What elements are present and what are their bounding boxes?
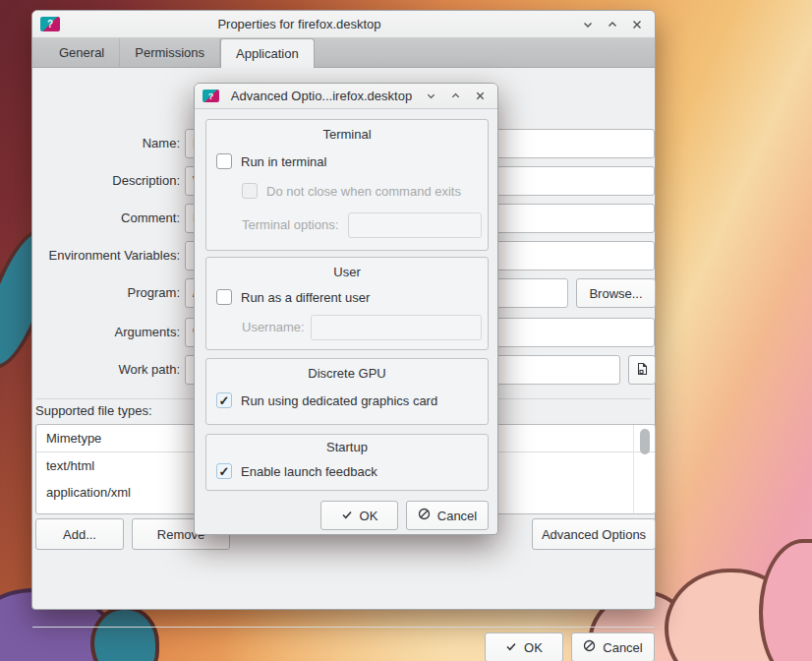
environment-variables-label: Environment Variables: [32, 241, 180, 270]
dialog-app-icon: ? [203, 90, 219, 102]
cancel-button[interactable]: Cancel [571, 632, 655, 661]
startup-group-title: Startup [206, 435, 488, 454]
cancel-button-label: Cancel [603, 640, 642, 655]
scrollbar-divider [633, 425, 634, 513]
minimize-icon[interactable] [580, 17, 596, 32]
dialog-cancel-button-label: Cancel [437, 509, 477, 523]
tab-permissions[interactable]: Permissions [120, 38, 220, 67]
add-button[interactable]: Add... [35, 518, 124, 550]
dialog-ok-button[interactable]: OK [320, 501, 398, 530]
wallpaper-pink-shape-3 [759, 539, 812, 661]
launch-feedback-checkbox[interactable] [216, 463, 232, 479]
name-label: Name: [32, 129, 180, 158]
user-group-title: User [206, 258, 488, 279]
run-as-different-user-row[interactable]: Run as a different user [216, 289, 370, 305]
comment-label: Comment: [32, 204, 180, 233]
terminal-options-label: Terminal options: [242, 217, 338, 232]
wallpaper-teal-shape-2 [90, 606, 159, 661]
arguments-label: Arguments: [32, 318, 180, 347]
discrete-gpu-group: Discrete GPU Run using dedicated graphic… [205, 358, 489, 425]
advanced-options-button[interactable]: Advanced Options [532, 518, 656, 550]
dialog-close-icon[interactable] [472, 89, 488, 104]
ok-button[interactable]: OK [485, 632, 563, 661]
advanced-options-dialog: ? Advanced Optio...irefox.desktop Termin… [194, 83, 498, 535]
window-title: Properties for firefox.desktop [32, 17, 566, 31]
maximize-icon[interactable] [605, 17, 620, 32]
run-in-terminal-checkbox[interactable] [216, 153, 232, 169]
dedicated-graphics-row[interactable]: Run using dedicated graphics card [216, 392, 437, 408]
check-icon [505, 640, 517, 655]
tab-bar: General Permissions Application [32, 38, 655, 68]
dialog-cancel-button[interactable]: Cancel [406, 501, 489, 530]
username-input [311, 315, 482, 340]
do-not-close-label: Do not close when command exits [266, 184, 461, 199]
do-not-close-row: Do not close when command exits [242, 183, 461, 199]
dialog-title: Advanced Optio...irefox.desktop [222, 89, 421, 103]
work-path-picker-button[interactable] [628, 355, 656, 385]
discrete-gpu-group-title: Discrete GPU [206, 359, 488, 381]
startup-group: Startup Enable launch feedback [205, 434, 489, 491]
titlebar[interactable]: ? Properties for firefox.desktop [32, 11, 655, 38]
terminal-options-input [348, 212, 482, 238]
dedicated-graphics-label: Run using dedicated graphics card [241, 393, 437, 408]
launch-feedback-label: Enable launch feedback [241, 464, 377, 479]
run-in-terminal-label: Run in terminal [241, 154, 326, 169]
user-group: User Run as a different user Username: [205, 257, 489, 350]
run-in-terminal-row[interactable]: Run in terminal [216, 153, 326, 169]
cancel-icon [583, 639, 596, 655]
supported-file-types-label: Supported file types: [35, 403, 152, 418]
run-as-different-user-checkbox[interactable] [216, 289, 232, 305]
terminal-group-title: Terminal [206, 120, 488, 142]
dialog-ok-button-label: OK [360, 509, 378, 523]
close-icon[interactable] [629, 17, 645, 32]
ok-button-label: OK [524, 640, 543, 655]
check-icon [341, 509, 353, 523]
dialog-titlebar[interactable]: ? Advanced Optio...irefox.desktop [195, 84, 497, 109]
dedicated-graphics-checkbox[interactable] [216, 392, 232, 408]
do-not-close-checkbox [242, 183, 258, 199]
description-label: Description: [32, 166, 180, 196]
tab-general[interactable]: General [44, 38, 120, 67]
tab-application[interactable]: Application [220, 38, 315, 68]
work-path-label: Work path: [32, 355, 180, 385]
terminal-group: Terminal Run in terminal Do not close wh… [205, 119, 489, 251]
username-label: Username: [242, 320, 305, 334]
run-as-different-user-label: Run as a different user [241, 290, 370, 305]
launch-feedback-row[interactable]: Enable launch feedback [216, 463, 377, 479]
vertical-scrollbar[interactable] [640, 429, 650, 454]
browse-button[interactable]: Browse... [576, 278, 656, 308]
button-box-separator [32, 627, 655, 628]
cancel-icon [418, 508, 431, 523]
document-open-icon [635, 362, 649, 379]
dialog-minimize-icon[interactable] [423, 89, 438, 104]
program-label: Program: [32, 278, 180, 308]
dialog-maximize-icon[interactable] [447, 89, 463, 104]
